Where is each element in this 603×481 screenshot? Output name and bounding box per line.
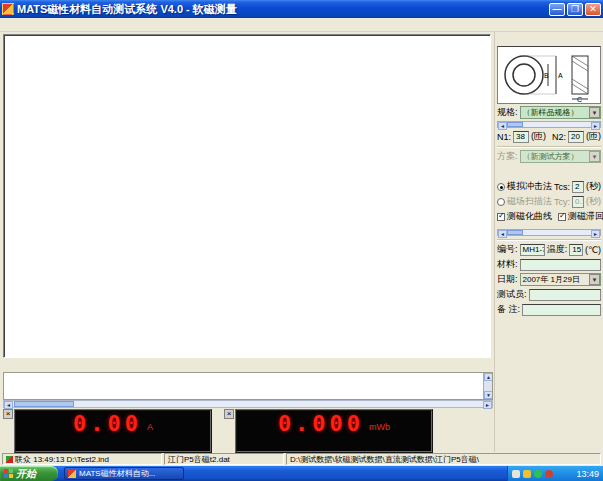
scroll-left-icon[interactable]: ◄ xyxy=(498,122,507,130)
svg-text:C: C xyxy=(577,96,582,103)
temp-unit: (℃) xyxy=(585,245,601,255)
n2-unit: (匝) xyxy=(586,130,601,143)
n2-input[interactable]: 20 xyxy=(568,131,584,143)
n1-unit: (匝) xyxy=(531,130,546,143)
tester-label: 测试员: xyxy=(497,288,527,301)
points-hscrollbar[interactable]: ◄ ► xyxy=(497,229,601,236)
tcs-unit: (秒) xyxy=(586,180,601,193)
dimensions-hscrollbar[interactable]: ◄ ► xyxy=(497,121,601,128)
flux-meter-close-icon[interactable]: × xyxy=(224,409,234,419)
scroll-right-icon[interactable]: ► xyxy=(591,230,600,238)
flux-meter-unit: mWb xyxy=(369,422,390,435)
scroll-up-icon[interactable]: ▲ xyxy=(484,373,493,381)
tcy-label: Tcy: xyxy=(554,197,570,207)
field-meter: 0.00 A xyxy=(14,409,212,453)
plan-label: 方案: xyxy=(497,150,518,163)
note-input[interactable] xyxy=(522,304,601,316)
result-table-vscrollbar[interactable]: ▲ ▼ xyxy=(483,373,492,399)
svg-text:B: B xyxy=(544,72,549,79)
flux-meter: 0.000 mWb xyxy=(235,409,433,453)
maximize-button[interactable]: ❐ xyxy=(567,3,583,16)
chevron-down-icon[interactable]: ▼ xyxy=(589,151,600,162)
note-label: 备 注: xyxy=(497,303,520,316)
left-column: ▲ ▼ ◄ ► × 0.00 A × xyxy=(0,32,494,452)
task-icon xyxy=(68,470,76,478)
sample-id-input[interactable]: MH1-7 xyxy=(520,244,545,256)
ring-core-diagram-icon: B A C xyxy=(498,47,600,103)
start-button[interactable]: 开始 xyxy=(0,466,58,481)
measure-magnetization-label: 测磁化曲线 xyxy=(507,210,552,223)
result-tabs xyxy=(3,358,493,372)
n2-label: N2: xyxy=(552,132,566,142)
tcy-unit: (秒) xyxy=(586,195,601,208)
measure-magnetization-checkbox[interactable] xyxy=(497,213,505,221)
spec-label: 规格: xyxy=(497,106,518,119)
field-meter-close-icon[interactable]: × xyxy=(3,409,13,419)
taskbar: 开始 MATS磁性材料自动... 13:49 xyxy=(0,466,603,481)
n1-label: N1: xyxy=(497,132,511,142)
close-button[interactable]: ✕ xyxy=(585,3,601,16)
tcs-input[interactable]: 2 xyxy=(572,181,584,193)
measure-hysteresis-label: 测磁滞回线 xyxy=(568,210,603,223)
chevron-down-icon[interactable]: ▼ xyxy=(589,274,600,285)
tcy-input[interactable]: 0.1 xyxy=(572,196,584,208)
field-meter-unit: A xyxy=(147,422,153,435)
minimize-button[interactable]: — xyxy=(549,3,565,16)
flux-meter-value: 0.000 xyxy=(278,413,364,435)
status-operator: 联众 13:49:13 D:\Test2.ind xyxy=(2,453,162,465)
menubar xyxy=(0,18,603,32)
sample-id-label: 编号: xyxy=(497,243,518,256)
sample-shape-tabs xyxy=(497,33,601,46)
result-table-wrap: ▲ ▼ xyxy=(3,372,493,400)
tester-input[interactable] xyxy=(529,289,601,301)
sweep-method-label: 磁场扫描法 xyxy=(507,195,552,208)
app-icon xyxy=(2,3,14,15)
impulse-method-radio[interactable] xyxy=(497,183,505,191)
tray-icon-4[interactable] xyxy=(545,470,553,478)
hscroll-thumb[interactable] xyxy=(14,401,74,407)
status-path: D:\测试数据\软磁测试数据\直流测试数据\江门P5音磁\ xyxy=(286,453,601,465)
taskbar-task-mats[interactable]: MATS磁性材料自动... xyxy=(64,467,184,480)
scroll-left-icon[interactable]: ◄ xyxy=(498,230,507,238)
clock: 13:49 xyxy=(576,469,599,479)
svg-text:A: A xyxy=(558,72,563,79)
field-meter-value: 0.00 xyxy=(73,413,142,435)
system-tray: 13:49 xyxy=(507,466,603,481)
temp-input[interactable]: 15 xyxy=(569,244,583,256)
led-meters: × 0.00 A × 0.000 mWb xyxy=(3,408,493,454)
result-table-hscrollbar[interactable]: ◄ ► xyxy=(3,400,493,408)
status-icon xyxy=(6,456,13,463)
scroll-right-icon[interactable]: ► xyxy=(591,122,600,130)
windows-flag-icon xyxy=(4,469,13,478)
temp-label: 温度: xyxy=(547,243,568,256)
hysteresis-chart xyxy=(4,35,490,357)
test-mode-tabs xyxy=(497,165,601,178)
statusbar: 联众 13:49:13 D:\Test2.ind 江门P5音磁t2.dat D:… xyxy=(0,452,603,466)
scroll-down-icon[interactable]: ▼ xyxy=(484,391,493,399)
settings-panel: B A C 规格: （新样品规格） ▼ ◄ ► xyxy=(494,32,603,452)
material-input[interactable] xyxy=(520,259,601,271)
material-label: 材料: xyxy=(497,258,518,271)
n1-input[interactable]: 38 xyxy=(513,131,529,143)
chart-panel xyxy=(3,34,491,358)
tcs-label: Tcs: xyxy=(554,182,570,192)
sample-diagram: B A C xyxy=(497,46,601,104)
tray-icon-2[interactable] xyxy=(523,470,531,478)
window-title: MATS磁性材料自动测试系统 V4.0 - 软磁测量 xyxy=(17,2,549,17)
screen: MATS磁性材料自动测试系统 V4.0 - 软磁测量 — ❐ ✕ ▲ ▼ xyxy=(0,0,603,481)
status-datafile: 江门P5音磁t2.dat xyxy=(164,453,284,465)
date-picker[interactable]: 2007年 1月29日 ▼ xyxy=(520,273,601,286)
measure-hysteresis-checkbox[interactable] xyxy=(558,213,566,221)
titlebar: MATS磁性材料自动测试系统 V4.0 - 软磁测量 — ❐ ✕ xyxy=(0,0,603,18)
chevron-down-icon[interactable]: ▼ xyxy=(589,107,600,118)
plan-combobox[interactable]: （新测试方案） ▼ xyxy=(520,150,601,163)
impulse-method-label: 模拟冲击法 xyxy=(507,180,552,193)
tray-icon-1[interactable] xyxy=(512,470,520,478)
spec-combobox[interactable]: （新样品规格） ▼ xyxy=(520,106,601,119)
sweep-method-radio[interactable] xyxy=(497,198,505,206)
main-content: ▲ ▼ ◄ ► × 0.00 A × xyxy=(0,32,603,452)
date-label: 日期: xyxy=(497,273,518,286)
tray-icon-3[interactable] xyxy=(534,470,542,478)
